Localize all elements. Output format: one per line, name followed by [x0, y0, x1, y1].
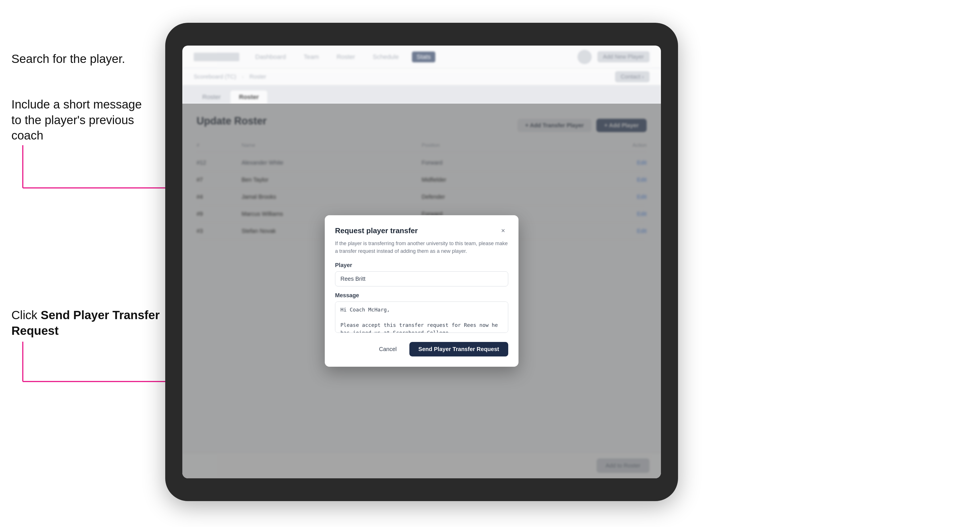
tablet-screen: Dashboard Team Roster Schedule Stats Add… [182, 46, 661, 478]
breadcrumb-roster: Roster [250, 73, 266, 80]
header-right: Add New Player [578, 50, 649, 64]
modal-footer: Cancel Send Player Transfer Request [335, 342, 508, 356]
nav-roster: Roster [332, 52, 360, 62]
header-add-btn: Add New Player [597, 51, 649, 62]
modal-close-button[interactable]: × [498, 225, 508, 236]
player-input[interactable] [335, 271, 508, 286]
tablet-device: Dashboard Team Roster Schedule Stats Add… [165, 23, 678, 501]
transfer-modal: Request player transfer × If the player … [325, 215, 519, 367]
nav-items: Dashboard Team Roster Schedule Stats [251, 52, 566, 62]
cancel-button[interactable]: Cancel [371, 342, 404, 356]
tab-roster-1: Roster [194, 90, 229, 104]
player-label: Player [335, 262, 508, 268]
nav-stats: Stats [412, 52, 435, 62]
annotation-search-text: Search for the player. [11, 51, 125, 67]
tab-roster-2: Roster [231, 90, 267, 104]
nav-schedule: Schedule [368, 52, 403, 62]
modal-overlay: Request player transfer × If the player … [182, 104, 661, 478]
modal-title: Request player transfer [335, 226, 418, 235]
app-header: Dashboard Team Roster Schedule Stats Add… [182, 46, 661, 68]
header-avatar [578, 50, 592, 64]
annotation-message-text: Include a short messageto the player's p… [11, 97, 148, 143]
message-textarea[interactable]: Hi Coach McHarg, Please accept this tran… [335, 302, 508, 333]
nav-team: Team [299, 52, 324, 62]
annotation-click-text: Click Send Player Transfer Request [11, 308, 165, 338]
modal-description: If the player is transferring from anoth… [335, 240, 508, 255]
send-transfer-button[interactable]: Send Player Transfer Request [409, 342, 508, 356]
tabs-bar: Roster Roster [182, 86, 661, 104]
nav-dashboard: Dashboard [251, 52, 291, 62]
contact-btn: Contact › [615, 71, 649, 82]
sub-header-right: Contact › [615, 71, 649, 82]
breadcrumb-scoreboard: Scoreboard (TC) [194, 73, 236, 80]
modal-header: Request player transfer × [335, 225, 508, 236]
sub-header: Scoreboard (TC) › Roster Contact › [182, 68, 661, 86]
app-logo [194, 53, 239, 61]
breadcrumb-sep: › [242, 73, 244, 80]
message-label: Message [335, 292, 508, 298]
